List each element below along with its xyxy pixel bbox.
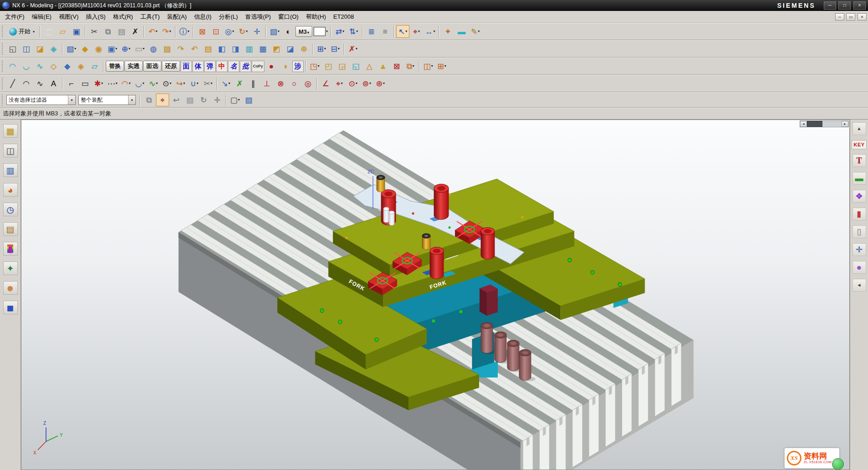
render-star-icon[interactable]: ✦ [3, 261, 18, 275]
selection-filter-combo[interactable]: 没有选择过滤器▼ [6, 95, 76, 105]
sequence-icon[interactable]: ⊞▾ [435, 60, 449, 73]
dropdown-arrow-icon[interactable]: ▾ [143, 47, 145, 51]
delete-button[interactable]: ✗ [129, 25, 142, 38]
promote-body-icon[interactable]: ⊟▾ [329, 42, 342, 55]
split-body-icon[interactable]: ◨ [229, 42, 242, 55]
studio-spline-icon[interactable]: ∿▾ [147, 77, 160, 90]
menu-information[interactable]: 信息(I) [191, 11, 215, 22]
half-section-icon[interactable]: ◑ [279, 60, 292, 73]
split-view-icon[interactable]: ◫ [20, 42, 33, 55]
datum-csys-icon[interactable]: ◪ [33, 42, 46, 55]
save-button[interactable]: ▣ [70, 25, 83, 38]
flange-icon[interactable]: ↶ [188, 42, 201, 55]
selection-scope-combo[interactable]: 整个装配▼ [78, 95, 136, 105]
copy-button[interactable]: ⧉ [101, 25, 114, 38]
key-palette-tab[interactable]: KEY [852, 140, 866, 149]
dropdown-arrow-icon[interactable]: ▾ [74, 47, 76, 51]
toolbar-grip[interactable] [2, 60, 4, 72]
toolbar-grip[interactable] [2, 26, 4, 37]
rotate-view-button[interactable]: ↻▾ [237, 25, 250, 38]
menu-help[interactable]: 帮助(H) [302, 11, 330, 22]
material-sphere-icon[interactable]: ◕ [3, 183, 18, 197]
point-set-icon[interactable]: ⋯▾ [106, 77, 119, 90]
dropdown-arrow-icon[interactable]: ▾ [129, 47, 130, 51]
viewport-hscroll[interactable]: ◄ ► [800, 120, 849, 127]
spline-icon[interactable]: ◡▾ [133, 77, 146, 90]
maximize-button[interactable]: □ [838, 1, 851, 10]
sheet-icon[interactable]: ▭▾ [133, 42, 146, 55]
fit-view-button[interactable]: ⊠ [196, 25, 209, 38]
mate-cube-icon[interactable]: ◲ [336, 60, 349, 73]
orient-pointer-button[interactable]: ↖▾ [396, 25, 409, 38]
notes-icon[interactable]: ▤ [3, 222, 18, 236]
involve-char-button[interactable]: 涉 [292, 61, 304, 72]
pan-button[interactable]: ✛ [250, 25, 264, 38]
pattern-feature-icon[interactable]: ▦ [256, 42, 269, 55]
offset-curve-icon[interactable]: ↪▾ [174, 77, 187, 90]
swept-icon[interactable]: ◡ [20, 60, 33, 73]
dropdown-arrow-icon[interactable]: ▾ [228, 82, 230, 85]
dropdown-arrow-icon[interactable]: ▾ [413, 64, 414, 68]
warn-solid-icon[interactable]: ▲ [377, 60, 390, 73]
nitrogen-cylinder[interactable] [481, 228, 495, 260]
replace-button[interactable]: 替换 [106, 61, 124, 72]
snap-point-button[interactable]: ⌖▾ [410, 25, 423, 38]
scroll-left-button[interactable]: ◄ [800, 121, 807, 127]
point-icon[interactable]: ✱▾ [92, 77, 105, 90]
cut-button[interactable]: ✂ [88, 25, 101, 38]
trim-curve-icon[interactable]: ✂▾ [202, 77, 215, 90]
offset-surface-icon[interactable]: ◆ [61, 60, 74, 73]
trim-body-icon[interactable]: ◧ [215, 42, 228, 55]
white-cylinder-icon[interactable]: ▯ [852, 225, 866, 238]
clone-assembly-icon[interactable]: ⧉▾ [404, 60, 417, 73]
assembly-cube-icon[interactable]: ◳▾ [308, 60, 321, 73]
mdi-close-button[interactable]: × [858, 13, 867, 21]
through-curves-icon[interactable]: ∿ [33, 60, 46, 73]
undo-button[interactable]: ↶▾ [146, 25, 160, 38]
perpendicular-constraint-icon[interactable]: ⊥ [260, 77, 274, 90]
hole-icon[interactable]: ◉ [92, 42, 105, 55]
concentric-icon[interactable]: ◎ [301, 77, 315, 90]
background-swatch-button[interactable]: ▾ [313, 25, 329, 38]
boss-icon[interactable]: ⊕ [297, 42, 310, 55]
copy-macro-button[interactable]: CoPy [252, 61, 264, 72]
intersection-point-icon[interactable]: ⊗ [274, 77, 287, 90]
previous-selection-icon[interactable]: ↩ [170, 94, 183, 106]
dropdown-arrow-icon[interactable]: ▾ [188, 30, 190, 33]
guide-post[interactable] [422, 234, 430, 250]
dropdown-arrow-icon[interactable]: ▾ [307, 31, 309, 35]
shell-icon[interactable]: ◪ [284, 42, 297, 55]
middle-char-button[interactable]: 中 [216, 61, 227, 72]
arc-icon[interactable]: ◠ [20, 77, 33, 90]
green-block-icon[interactable]: ▬ [852, 172, 866, 185]
transform-button[interactable]: ⇅▾ [347, 25, 360, 38]
more-dimension-icon[interactable]: ⊛▾ [374, 77, 387, 90]
scroll-right-button[interactable]: ► [842, 121, 848, 127]
minimize-button[interactable]: ─ [824, 1, 836, 10]
parallel-constraint-icon[interactable]: ∥ [247, 77, 260, 90]
graphics-viewport[interactable]: FORK FORK [21, 120, 850, 470]
dropdown-arrow-icon[interactable]: ▾ [418, 30, 420, 33]
zoom-button[interactable]: ◎▾ [223, 25, 236, 38]
bend-icon[interactable]: ↷ [174, 42, 187, 55]
toolbar-grip[interactable] [2, 94, 4, 106]
text-icon[interactable]: A [47, 77, 60, 90]
dropdown-arrow-icon[interactable]: ▾ [326, 30, 328, 33]
dropdown-arrow-icon[interactable]: ▾ [444, 64, 446, 68]
rectangle-icon[interactable]: ▭ [78, 77, 92, 90]
arrangements-icon[interactable]: ◫▾ [422, 60, 435, 73]
zoom-window-button[interactable]: ⊡ [209, 25, 222, 38]
block-icon[interactable]: ▣▾ [106, 42, 119, 55]
dropdown-arrow-icon[interactable]: ▾ [155, 30, 157, 33]
circle-icon[interactable]: ⊙▾ [160, 77, 174, 90]
dropdown-arrow-icon[interactable]: ▾ [183, 82, 185, 85]
conic-icon[interactable]: ∿ [33, 77, 46, 90]
dropdown-arrow-icon[interactable]: ▾ [129, 82, 130, 85]
line-icon[interactable]: ╱ [6, 77, 19, 90]
trimmed-sheet-icon[interactable]: ◈ [74, 60, 88, 73]
dropdown-arrow-icon[interactable]: ▾ [405, 30, 407, 33]
nitrogen-cylinder[interactable] [434, 184, 449, 219]
shaded-view-button[interactable]: ▧▾ [268, 25, 281, 38]
palette-collapse-button[interactable]: ◄ [852, 279, 866, 292]
menu-window[interactable]: 窗口(O) [274, 11, 302, 22]
